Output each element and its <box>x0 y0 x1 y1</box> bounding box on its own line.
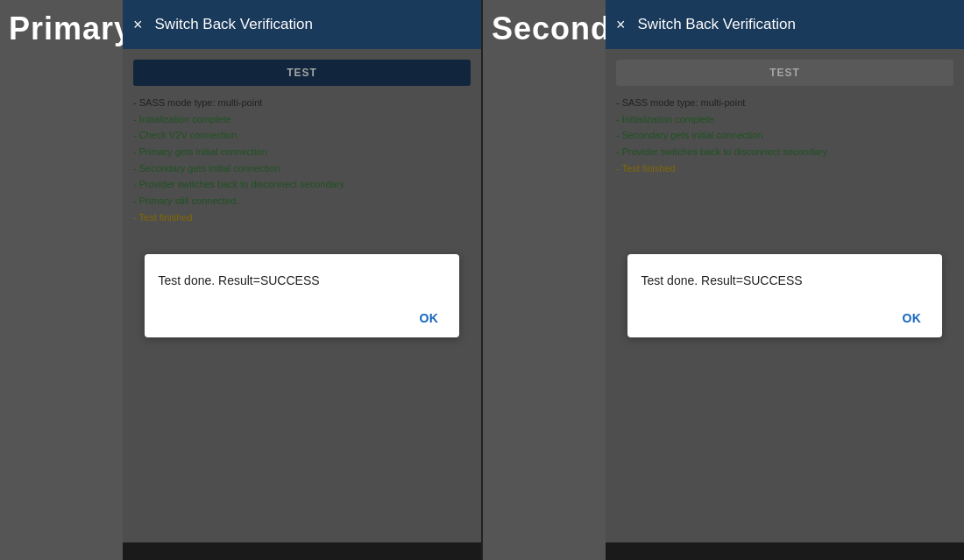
secondary-bottom-bar <box>606 542 964 560</box>
secondary-dialog-actions: OK <box>641 308 929 329</box>
secondary-dialog: Test done. Result=SUCCESS OK <box>627 254 943 337</box>
secondary-header: × Switch Back Verification <box>606 0 964 49</box>
primary-screen: × Switch Back Verification TEST - SASS m… <box>123 0 481 560</box>
primary-content: TEST - SASS mode type: multi-point - Ini… <box>123 49 481 542</box>
primary-label-section: Primary <box>0 0 123 560</box>
primary-dialog-ok-button[interactable]: OK <box>412 308 445 329</box>
primary-panel: Primary × Switch Back Verification TEST … <box>0 0 481 560</box>
primary-header: × Switch Back Verification <box>123 0 481 49</box>
primary-bottom-bar <box>123 542 481 560</box>
secondary-dialog-overlay: Test done. Result=SUCCESS OK <box>606 49 964 542</box>
primary-close-button[interactable]: × <box>133 17 143 32</box>
primary-dialog-actions: OK <box>159 308 446 329</box>
primary-dialog-overlay: Test done. Result=SUCCESS OK <box>123 49 481 542</box>
secondary-content: TEST - SASS mode type: multi-point - Ini… <box>606 49 964 542</box>
secondary-screen: × Switch Back Verification TEST - SASS m… <box>606 0 964 560</box>
primary-header-title: Switch Back Verification <box>155 16 313 33</box>
secondary-panel: Secondary × Switch Back Verification TES… <box>483 0 964 560</box>
secondary-dialog-message: Test done. Result=SUCCESS <box>641 272 929 290</box>
secondary-label-section: Secondary <box>483 0 606 560</box>
secondary-header-title: Switch Back Verification <box>638 16 796 33</box>
secondary-close-button[interactable]: × <box>616 17 626 32</box>
secondary-dialog-ok-button[interactable]: OK <box>895 308 928 329</box>
primary-dialog: Test done. Result=SUCCESS OK <box>145 254 460 337</box>
primary-label: Primary <box>9 11 132 47</box>
primary-dialog-message: Test done. Result=SUCCESS <box>159 272 446 290</box>
